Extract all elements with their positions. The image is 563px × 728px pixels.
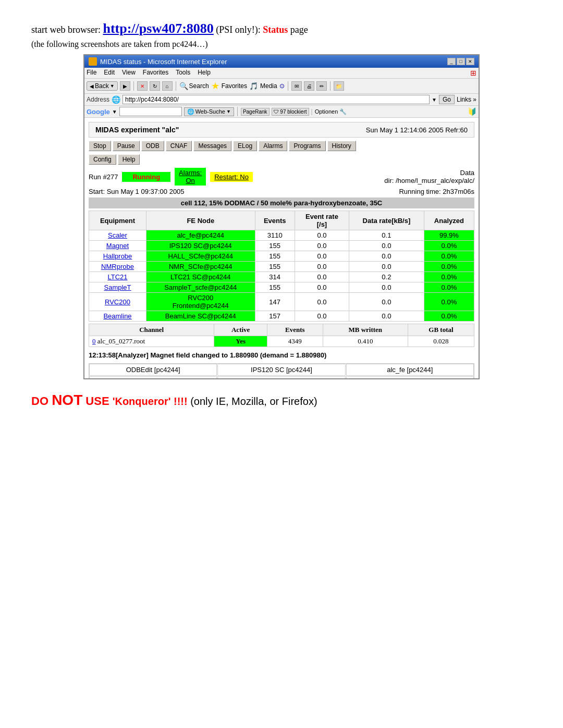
address-globe-icon: 🌐 <box>112 95 120 104</box>
do-text: DO <box>31 394 52 408</box>
data-rate: 0.0 <box>349 311 424 322</box>
blocked-badge: 🛡 97 blockiert <box>272 108 309 116</box>
help-button[interactable]: Help <box>118 154 140 165</box>
print-button[interactable]: 🖨 <box>304 81 314 91</box>
cnaf-button[interactable]: CNAF <box>166 141 192 151</box>
eq-header-event-rate: Event rate[/s] <box>295 211 349 230</box>
menu-view[interactable]: View <box>122 69 136 77</box>
page-word: page <box>290 24 308 35</box>
channel-row: 0 alc_05_0277.root Yes 4349 0.410 0.028 <box>89 336 474 347</box>
back-arrow-icon: ◀ <box>90 83 94 89</box>
messages-button[interactable]: Messages <box>193 141 231 151</box>
folder-button[interactable]: 📁 <box>334 81 344 91</box>
client-cell: HALL_SCfe [pc4244] <box>89 376 217 378</box>
elog-button[interactable]: ELog <box>233 141 257 151</box>
equipment-name[interactable]: SampleT <box>89 282 146 293</box>
event-rate: 0.0 <box>295 282 349 293</box>
back-button[interactable]: ◀ Back ▼ <box>87 81 118 91</box>
channel-name[interactable]: 0 alc_05_0277.root <box>89 336 214 347</box>
midas-buttons-row2: Config Help <box>89 154 474 165</box>
google-dropdown-icon[interactable]: ▼ <box>112 109 117 115</box>
url-link[interactable]: http://psw407:8080 <box>103 21 213 36</box>
data-rate: 0.0 <box>349 262 424 272</box>
maximize-button[interactable]: □ <box>457 58 465 65</box>
equipment-name[interactable]: Beamline <box>89 311 146 322</box>
analyzed: 0.0% <box>424 293 474 311</box>
pause-button[interactable]: Pause <box>113 141 140 151</box>
google-search-button[interactable]: 🌐 Web-Suche ▼ <box>184 107 234 116</box>
search-dropdown-icon: ▼ <box>226 109 231 114</box>
equipment-name[interactable]: Hallprobe <box>89 251 146 262</box>
ch-header-events: Events <box>267 324 323 336</box>
fe-node: alc_fe@pc4244 <box>146 230 255 241</box>
alarms-badge[interactable]: Alarms:On <box>175 168 206 186</box>
konq-text: 'Konqueror' !!!! <box>113 396 188 407</box>
restart-badge[interactable]: Restart: No <box>210 172 253 182</box>
equipment-name[interactable]: LTC21 <box>89 272 146 282</box>
equipment-name[interactable]: Magnet <box>89 241 146 251</box>
programs-button[interactable]: Programs <box>289 141 325 151</box>
menu-tools[interactable]: Tools <box>176 69 190 77</box>
media-label: Media <box>260 82 277 90</box>
eq-header-analyzed: Analyzed <box>424 211 474 230</box>
forward-button[interactable]: ▶ <box>120 81 130 91</box>
data-rate: 0.0 <box>349 282 424 293</box>
browser-title: MIDAS status - Microsoft Internet Explor… <box>100 58 227 66</box>
close-button[interactable]: ✕ <box>466 58 474 65</box>
start-time: Start: Sun May 1 09:37:00 2005 <box>89 188 185 195</box>
equipment-name[interactable]: NMRprobe <box>89 262 146 272</box>
equipment-row: Hallprobe HALL_SCfe@pc4244 155 0.0 0.0 0… <box>89 251 474 262</box>
menu-edit[interactable]: Edit <box>104 69 115 77</box>
refresh-button[interactable]: ↻ <box>150 81 160 91</box>
equipment-name[interactable]: Scaler <box>89 230 146 241</box>
google-icon: 🔰 <box>468 107 476 116</box>
links-label[interactable]: Links » <box>457 96 476 103</box>
equipment-name[interactable]: RVC200 <box>89 293 146 311</box>
analyzed: 99.9% <box>424 230 474 241</box>
fe-node: SampleT_scfe@pc4244 <box>146 282 255 293</box>
minimize-button[interactable]: _ <box>447 58 456 65</box>
data-rate: 0.0 <box>349 241 424 251</box>
fe-node: NMR_SCfe@pc4244 <box>146 262 255 272</box>
browser-toolbar: ◀ Back ▼ ▶ ✕ ↻ ⌂ 🔍 Search ★ Favorites 🎵 … <box>84 79 479 94</box>
address-label: Address <box>87 96 109 103</box>
event-rate: 0.0 <box>295 272 349 282</box>
channel-mb-written: 0.410 <box>323 336 408 347</box>
analyzed: 0.0% <box>424 282 474 293</box>
analyzed: 0.0% <box>424 272 474 282</box>
config-button[interactable]: Config <box>89 154 116 165</box>
alarms-label: Alarms: <box>179 169 202 177</box>
alarms-button[interactable]: Alarms <box>259 141 287 151</box>
history-button[interactable]: History <box>327 141 356 151</box>
use-text: USE <box>82 394 112 408</box>
fe-node: RVC200Frontend@pc4244 <box>146 293 255 311</box>
equipment-row: RVC200 RVC200Frontend@pc4244 147 0.0 0.0… <box>89 293 474 311</box>
windows-flag-icon: ⊞ <box>470 69 476 77</box>
address-input[interactable] <box>123 95 430 104</box>
stop-button[interactable]: Stop <box>89 141 111 151</box>
go-button[interactable]: Go <box>439 95 455 104</box>
google-search-input[interactable] <box>119 107 182 116</box>
equipment-row: Scaler alc_fe@pc4244 3110 0.0 0.1 99.9% <box>89 230 474 241</box>
mail-button[interactable]: ✉ <box>291 81 302 91</box>
client-cell: IPS120 SC [pc4244] <box>217 364 345 376</box>
google-logo: Google <box>87 108 110 116</box>
address-dropdown-icon[interactable]: ▼ <box>432 97 437 103</box>
home-button[interactable]: ⌂ <box>162 81 173 91</box>
edit-button[interactable]: ✏ <box>316 81 327 91</box>
favorites-label: Favorites <box>222 82 247 90</box>
stop-button[interactable]: ✕ <box>137 81 148 91</box>
channel-gb-total: 0.028 <box>408 336 474 347</box>
favorites-icon[interactable]: ★ <box>211 80 219 92</box>
odb-button[interactable]: ODB <box>141 141 164 151</box>
search-button[interactable]: 🔍 Search <box>179 82 209 90</box>
menu-help[interactable]: Help <box>198 69 211 77</box>
eq-header-equipment: Equipment <box>89 211 146 230</box>
optionen-button[interactable]: Optionen 🔧 <box>315 108 347 115</box>
running-status: Running <box>122 172 170 182</box>
not-text: NOT <box>52 392 82 408</box>
menu-file[interactable]: File <box>87 69 96 77</box>
media-icon: 🎵 <box>249 82 258 90</box>
google-bar: Google ▼ 🌐 Web-Suche ▼ PageRank 🛡 97 blo… <box>84 106 479 118</box>
menu-favorites[interactable]: Favorites <box>143 69 168 77</box>
